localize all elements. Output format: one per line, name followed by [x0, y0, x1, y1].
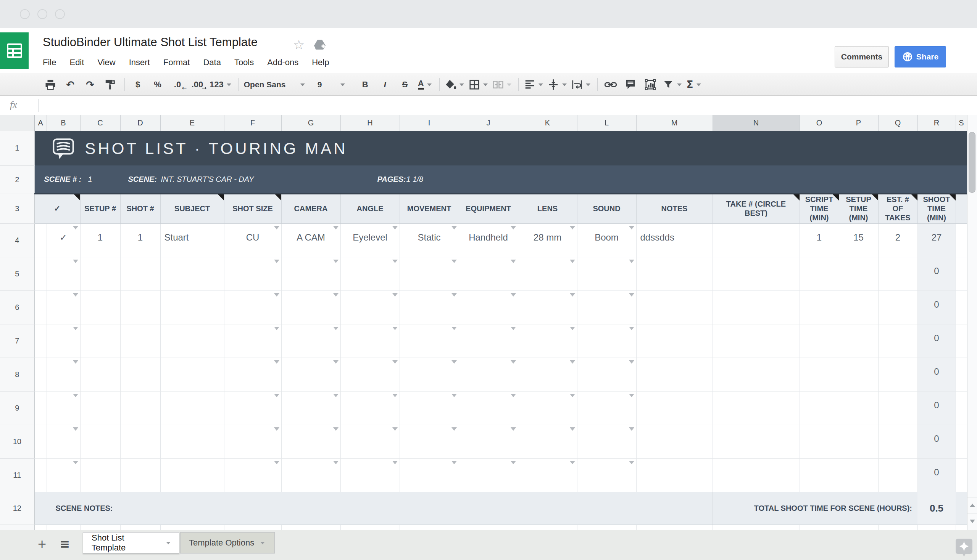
cell[interactable]: [800, 458, 839, 492]
dropdown-icon[interactable]: [73, 427, 78, 431]
cell[interactable]: [80, 257, 120, 290]
menu-tools[interactable]: Tools: [234, 58, 254, 67]
dropdown-icon[interactable]: [333, 394, 338, 397]
dropdown-icon[interactable]: [570, 327, 575, 330]
cell[interactable]: [636, 290, 713, 324]
cell[interactable]: [224, 525, 281, 530]
cell-dropdown[interactable]: [577, 358, 636, 391]
format-currency-button[interactable]: $: [130, 77, 146, 92]
dropdown-icon[interactable]: [570, 293, 575, 297]
row-header-8[interactable]: 8: [0, 358, 34, 391]
column-header-d[interactable]: D: [120, 115, 160, 131]
cell[interactable]: [878, 391, 917, 425]
column-header-c[interactable]: C: [80, 115, 120, 131]
tab-template-options[interactable]: Template Options: [180, 532, 275, 553]
menu-file[interactable]: File: [43, 58, 56, 67]
dropdown-icon[interactable]: [392, 226, 398, 230]
cell-dropdown[interactable]: [281, 257, 340, 290]
cell[interactable]: [160, 290, 224, 324]
italic-button[interactable]: I: [378, 77, 393, 92]
cell[interactable]: [713, 391, 800, 425]
cell-dropdown[interactable]: [459, 257, 518, 290]
dropdown-icon[interactable]: [392, 293, 398, 297]
cell-dropdown[interactable]: [518, 358, 577, 391]
dropdown-icon[interactable]: [333, 260, 338, 263]
cell[interactable]: [80, 458, 120, 492]
cell-dropdown[interactable]: [459, 458, 518, 492]
cell[interactable]: [713, 290, 800, 324]
cell-shoot-time[interactable]: 0: [917, 425, 955, 458]
header-camera[interactable]: CAMERA: [281, 194, 340, 223]
cell[interactable]: [955, 358, 967, 391]
cell-dropdown[interactable]: [281, 290, 340, 324]
dropdown-icon[interactable]: [629, 327, 634, 330]
cell[interactable]: [577, 525, 636, 530]
cell-dropdown[interactable]: [518, 324, 577, 358]
cell-dropdown[interactable]: [400, 425, 459, 458]
dropdown-icon[interactable]: [629, 394, 634, 397]
explore-button[interactable]: [955, 538, 973, 558]
cell[interactable]: [34, 391, 47, 425]
row-header-4[interactable]: 4: [0, 223, 34, 257]
dropdown-icon[interactable]: [392, 327, 398, 330]
cell-dropdown[interactable]: [400, 391, 459, 425]
cell[interactable]: [120, 458, 160, 492]
cell[interactable]: [160, 324, 224, 358]
column-header-h[interactable]: H: [340, 115, 400, 131]
cell-r4-shoot-time[interactable]: 27: [917, 223, 955, 257]
menu-data[interactable]: Data: [203, 58, 221, 67]
cell-k4-lens[interactable]: 28 mm: [518, 223, 577, 257]
cell-dropdown[interactable]: [224, 425, 281, 458]
cell[interactable]: [34, 358, 47, 391]
cell[interactable]: [955, 525, 967, 530]
cell-dropdown[interactable]: [224, 391, 281, 425]
dropdown-icon[interactable]: [570, 260, 575, 263]
cell[interactable]: [120, 525, 160, 530]
cell-dropdown[interactable]: [47, 425, 80, 458]
cell[interactable]: [120, 290, 160, 324]
dropdown-icon[interactable]: [274, 360, 279, 364]
fill-color-button[interactable]: [445, 77, 464, 92]
column-header-i[interactable]: I: [400, 115, 459, 131]
dropdown-icon[interactable]: [570, 394, 575, 397]
cell[interactable]: [800, 324, 839, 358]
cell[interactable]: [839, 458, 878, 492]
dropdown-icon[interactable]: [452, 260, 457, 263]
cell[interactable]: [80, 290, 120, 324]
dropdown-icon[interactable]: [452, 394, 457, 397]
close-window-icon[interactable]: [20, 9, 30, 19]
cell[interactable]: [878, 257, 917, 290]
cell[interactable]: [636, 525, 713, 530]
scene-notes-cell[interactable]: SCENE NOTES:: [34, 492, 713, 525]
dropdown-icon[interactable]: [452, 293, 457, 297]
drive-folder-icon[interactable]: [313, 38, 328, 52]
cell-dropdown[interactable]: [459, 324, 518, 358]
cell-f4-shot-size[interactable]: CU: [224, 223, 281, 257]
text-color-button[interactable]: A: [417, 77, 432, 92]
cell-shoot-time[interactable]: 0: [917, 290, 955, 324]
cell-d4-shot[interactable]: 1: [120, 223, 160, 257]
header-setup-time[interactable]: SETUP TIME (MIN): [839, 194, 878, 223]
cell-dropdown[interactable]: [400, 324, 459, 358]
cell[interactable]: [800, 525, 839, 530]
cell-dropdown[interactable]: [340, 257, 400, 290]
dropdown-icon[interactable]: [333, 327, 338, 330]
cell-dropdown[interactable]: [340, 290, 400, 324]
scroll-up-button[interactable]: [967, 497, 977, 513]
cell[interactable]: [955, 492, 967, 525]
column-header-m[interactable]: M: [636, 115, 713, 131]
cell-p4-setup-time[interactable]: 15: [839, 223, 878, 257]
cell[interactable]: [713, 425, 800, 458]
row-header-5[interactable]: 5: [0, 257, 34, 290]
menu-view[interactable]: View: [97, 58, 115, 67]
column-header-s[interactable]: S: [955, 115, 967, 131]
filter-button[interactable]: [662, 77, 682, 92]
cell[interactable]: [839, 391, 878, 425]
insert-comment-button[interactable]: [623, 77, 638, 92]
column-header-k[interactable]: K: [518, 115, 577, 131]
all-sheets-menu-button[interactable]: ≡: [57, 536, 73, 552]
header-equipment[interactable]: EQUIPMENT: [459, 194, 518, 223]
header-notes[interactable]: NOTES: [636, 194, 713, 223]
comments-button[interactable]: Comments: [835, 46, 889, 67]
menu-addons[interactable]: Add-ons: [267, 58, 298, 67]
